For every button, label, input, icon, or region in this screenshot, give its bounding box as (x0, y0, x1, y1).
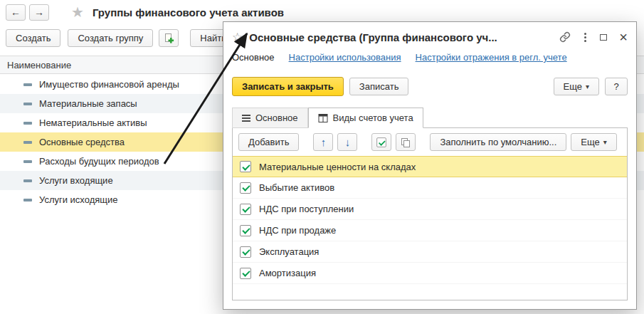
dialog-command-bar: Записать и закрыть Записать Еще ▾ ? (223, 71, 636, 106)
group-item-icon (23, 160, 32, 163)
group-item-icon (23, 199, 32, 202)
panel-more-button[interactable]: Еще ▾ (571, 133, 616, 151)
dialog-tabs: Основное Виды счетов учета (223, 106, 636, 127)
list-command-bar: Создать Создать группу Найти... (6, 29, 244, 47)
row-label: Расходы будущих периодов (39, 156, 159, 167)
list-item[interactable]: НДС при поступлении (233, 199, 627, 220)
account-types-list: Материальные ценности на складах Выбытие… (233, 156, 627, 300)
account-types-panel: Добавить ↑ ↓ Заполнить по умолчанию... (232, 127, 628, 300)
copy-document-icon (163, 33, 174, 44)
tab-account-types-label: Виды счетов учета (333, 112, 413, 123)
check-all-button[interactable] (371, 133, 391, 151)
group-item-icon (23, 179, 32, 182)
back-arrow-icon: ← (11, 6, 21, 18)
item-label: НДС при поступлении (259, 204, 354, 214)
list-item-selected[interactable]: Материальные ценности на складах (233, 156, 627, 177)
maximize-icon[interactable] (600, 34, 607, 41)
group-item-icon (23, 83, 32, 86)
uncheck-all-button[interactable] (396, 133, 416, 151)
group-item-icon (23, 103, 32, 105)
close-icon[interactable]: × (619, 30, 628, 44)
screen: ← → ★ Группы финансового учета активов С… (0, 0, 644, 314)
checked-checkbox-icon (377, 137, 387, 147)
tab-account-types[interactable]: Виды счетов учета (308, 108, 423, 128)
list-item[interactable]: Эксплуатация (233, 241, 627, 263)
row-label: Услуги исходящие (39, 194, 117, 205)
create-button[interactable]: Создать (6, 29, 60, 47)
more-label: Еще (564, 81, 582, 92)
column-name-label: Наименование (7, 60, 71, 70)
get-link-icon[interactable] (559, 31, 571, 43)
up-arrow-icon: ↑ (321, 136, 327, 148)
checkbox-checked[interactable] (240, 182, 251, 194)
add-button[interactable]: Добавить (238, 133, 299, 151)
group-item-icon (23, 141, 32, 144)
item-label: Эксплуатация (259, 246, 319, 257)
navigation-bar: ← → ★ Группы финансового учета активов (6, 4, 284, 21)
list-title: Группы финансового учета активов (93, 6, 284, 19)
account-types-icon (318, 113, 328, 123)
row-label: Материальные запасы (39, 98, 137, 109)
favorite-toggle-icon[interactable]: ☆ (232, 30, 243, 45)
back-button[interactable]: ← (6, 4, 26, 21)
row-label: Нематериальные активы (39, 117, 147, 128)
dialog-titlebar: ☆ Основные средства (Группа финансового … (223, 22, 636, 51)
copy-sheets-icon (400, 137, 411, 148)
save-button[interactable]: Записать (349, 78, 409, 95)
favorites-star-icon[interactable]: ★ (71, 4, 84, 21)
nav-tab-usage-settings[interactable]: Настройки использования (289, 52, 401, 63)
create-group-button[interactable]: Создать группу (68, 29, 153, 47)
item-label: Амортизация (259, 268, 316, 278)
forward-button[interactable]: → (29, 4, 49, 21)
down-arrow-icon: ↓ (345, 136, 351, 148)
row-label: Услуги входящие (39, 175, 113, 186)
list-item[interactable]: Амортизация (233, 263, 627, 284)
item-label: Выбытие активов (259, 182, 334, 193)
checkbox-checked[interactable] (240, 161, 251, 172)
checkbox-checked[interactable] (240, 268, 251, 279)
row-label: Основные средства (39, 137, 125, 147)
item-label: Материальные ценности на складах (259, 162, 416, 172)
dropdown-arrow-icon: ▾ (603, 138, 607, 146)
checkbox-checked[interactable] (240, 204, 251, 215)
group-item-icon (23, 122, 32, 125)
item-label: НДС при продаже (259, 225, 336, 236)
list-item[interactable]: НДС при продаже (233, 220, 627, 241)
panel-more-label: Еще (581, 137, 599, 147)
more-button[interactable]: Еще ▾ (554, 78, 599, 95)
hamburger-icon (242, 115, 250, 122)
copy-button[interactable] (159, 29, 179, 47)
dialog-nav-panel: Основное Настройки использования Настрой… (223, 51, 636, 71)
asset-group-dialog: ☆ Основные средства (Группа финансового … (223, 21, 637, 310)
nav-tab-reflection-settings[interactable]: Настройки отражения в регл. учете (416, 52, 567, 63)
save-and-close-button[interactable]: Записать и закрыть (232, 77, 344, 96)
panel-toolbar: Добавить ↑ ↓ Заполнить по умолчанию... (233, 128, 627, 156)
nav-tab-main[interactable]: Основное (232, 52, 275, 63)
move-up-button[interactable]: ↑ (313, 133, 333, 151)
move-down-button[interactable]: ↓ (337, 133, 357, 151)
titlebar-icons: × (559, 30, 628, 44)
tab-main-label: Основное (255, 112, 298, 123)
help-button[interactable]: ? (605, 78, 628, 95)
forward-arrow-icon: → (34, 6, 44, 18)
more-menu-icon[interactable] (583, 31, 588, 43)
tab-main[interactable]: Основное (232, 108, 308, 128)
checkbox-checked[interactable] (240, 225, 251, 236)
list-item[interactable]: Выбытие активов (233, 177, 627, 199)
fill-default-button[interactable]: Заполнить по умолчанию... (430, 133, 566, 151)
dialog-title: Основные средства (Группа финансового уч… (249, 31, 552, 43)
checkbox-checked[interactable] (240, 246, 251, 258)
dropdown-arrow-icon: ▾ (586, 83, 589, 90)
row-label: Имущество финансовой аренды (39, 79, 179, 90)
